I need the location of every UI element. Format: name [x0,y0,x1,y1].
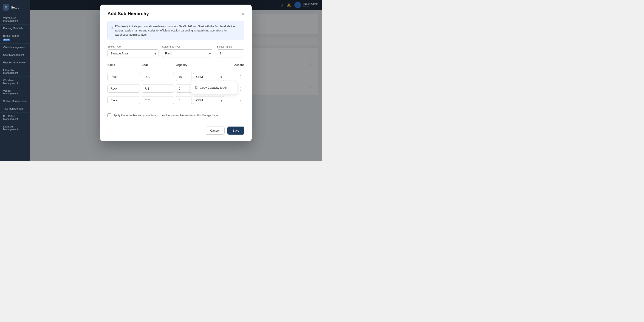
copy-icon: ⧉ [195,86,198,90]
sidebar-item-label: Tote Management [3,107,24,110]
row3-unit-wrapper: CBM ▾ [193,96,224,104]
row1-unit-dropdown[interactable]: CBM [193,73,224,81]
sidebar-item-warehouse-management[interactable]: Warehouse Management [0,14,30,24]
row3-name-input[interactable] [108,96,140,104]
row3-capacity-cell: CBM ▾ [176,96,224,104]
sidebar-item-label: Vendor Management [3,89,18,95]
apply-same-hierarchy-checkbox[interactable] [108,114,111,117]
row1-actions-button[interactable]: ⋮ [236,74,244,80]
sidebar-item-location-management[interactable]: Location Management [0,123,30,133]
sidebar-item-workflow-management[interactable]: Workflow Management [0,77,30,87]
sidebar-item-client-management[interactable]: Client Management [0,44,30,51]
sidebar-item-station-management[interactable]: Station Management [0,98,30,105]
sidebar-item-user-management[interactable]: User Management [0,51,30,59]
table-row-3: CBM ▾ ⋮ [108,94,244,106]
col-code-header: Code [142,64,174,66]
row3-actions-cell: ⋮ [226,97,244,104]
row3-actions-button[interactable]: ⋮ [236,97,244,104]
row2-code-input[interactable] [142,84,174,92]
sidebar-item-label: Client Management [3,46,25,49]
row2-capacity-input[interactable] [176,84,192,92]
sidebar-item-packing-materials[interactable]: Packing Materials [0,24,30,32]
app-title: Setup [11,6,19,9]
row1-actions-cell: ⋮ [226,74,244,80]
row1-unit-wrapper: CBM ▾ [193,73,224,81]
copy-capacity-label: Copy Capacity to All [200,86,226,89]
select-range-group: Select Range [217,45,244,58]
form-row: Select Type Storage Area ▾ Select Sub Ty… [108,45,244,58]
info-icon: ℹ [112,24,113,37]
select-type-label: Select Type [108,45,158,48]
sidebar-item-label: User Management [3,54,24,56]
app-logo: ⚙ Setup [0,2,30,14]
row1-code-cell [142,73,174,81]
info-banner-text: Effortlessly initiate your warehouse hie… [115,24,240,37]
row1-code-input[interactable] [142,73,174,81]
row3-unit-dropdown[interactable]: CBM [193,96,224,104]
sidebar-item-label: Workflow Management [3,79,18,84]
sidebar-item-label: Station Management [3,100,27,102]
table-header: Name Code Capacity Actions [108,62,244,69]
sidebar-item-label: Location Management [3,125,18,131]
row1-dropdown-menu: ⧉ Copy Capacity to All [191,81,237,94]
sidebar-item-tote-management[interactable]: Tote Management [0,105,30,112]
select-range-label: Select Range [217,45,244,48]
sidebar-item-label: Packing Materials [3,27,23,30]
modal-footer: Cancel Save [108,123,244,134]
checkbox-row: Apply the same hierarchy structure to th… [108,111,244,117]
row1-capacity-cell: CBM ▾ [176,73,224,81]
row1-name-input[interactable] [108,73,140,81]
select-subtype-dropdown[interactable]: Rack [162,50,213,58]
row2-name-cell [108,84,140,92]
sidebar-item-billing-profiles[interactable]: Billing Profiles BETA [0,32,30,44]
sidebar-item-vendor-management[interactable]: Vendor Management [0,87,30,98]
sidebar-item-label: Warehouse Management [3,16,18,22]
sidebar-item-report-management[interactable]: Report Management [0,59,30,66]
select-subtype-label: Select Sub Type [162,45,213,48]
cancel-button[interactable]: Cancel [205,126,224,134]
beta-badge: BETA [3,38,10,41]
info-banner: ℹ Effortlessly initiate your warehouse h… [108,21,244,40]
checkbox-label[interactable]: Apply the same hierarchy structure to th… [114,114,218,117]
main-area: ⇄ 🔔 👤 Super Admin ADMIN Location Hierarc… [30,0,322,161]
sidebar-item-boxpallet-management[interactable]: Box/Pallet Management [0,112,30,123]
sidebar-item-integration-management[interactable]: Integration Management [0,66,30,77]
sidebar-item-label: Integration Management [3,69,18,74]
row3-name-cell [108,96,140,104]
select-range-input[interactable] [217,50,244,58]
table-row-1-container: CBM ▾ ⋮ ⧉ Copy Capacity to All [108,71,244,83]
modal-header: Add Sub Hierarchy × [108,11,244,16]
add-sub-hierarchy-modal: Add Sub Hierarchy × ℹ Effortlessly initi… [100,4,252,141]
row2-name-input[interactable] [108,84,140,92]
sidebar-item-label: Billing Profiles [3,34,19,37]
row3-capacity-input[interactable] [176,96,192,104]
select-type-dropdown[interactable]: Storage Area [108,50,158,58]
select-subtype-wrapper: Rack ▾ [162,50,213,58]
row3-code-input[interactable] [142,96,174,104]
modal-title: Add Sub Hierarchy [108,11,149,16]
col-name-header: Name [108,64,140,66]
row1-name-cell [108,73,140,81]
select-type-group: Select Type Storage Area ▾ [108,45,158,58]
row2-actions-button[interactable]: ⋮ [236,86,244,92]
row1-capacity-input[interactable] [176,73,192,81]
row3-code-cell [142,96,174,104]
modal-overlay: Add Sub Hierarchy × ℹ Effortlessly initi… [30,0,322,161]
col-actions-header: Actions [226,64,244,66]
select-type-wrapper: Storage Area ▾ [108,50,158,58]
close-button[interactable]: × [242,11,244,16]
save-button[interactable]: Save [228,126,244,134]
col-capacity-header: Capacity [176,64,224,66]
copy-capacity-item[interactable]: ⧉ Copy Capacity to All [191,83,237,92]
sidebar-item-label: Box/Pallet Management [3,115,18,120]
row2-code-cell [142,84,174,92]
sidebar-item-label: Report Management [3,61,26,64]
logo-icon: ⚙ [3,4,9,10]
select-subtype-group: Select Sub Type Rack ▾ [162,45,213,58]
sidebar: ⚙ Setup Warehouse Management Packing Mat… [0,0,30,161]
